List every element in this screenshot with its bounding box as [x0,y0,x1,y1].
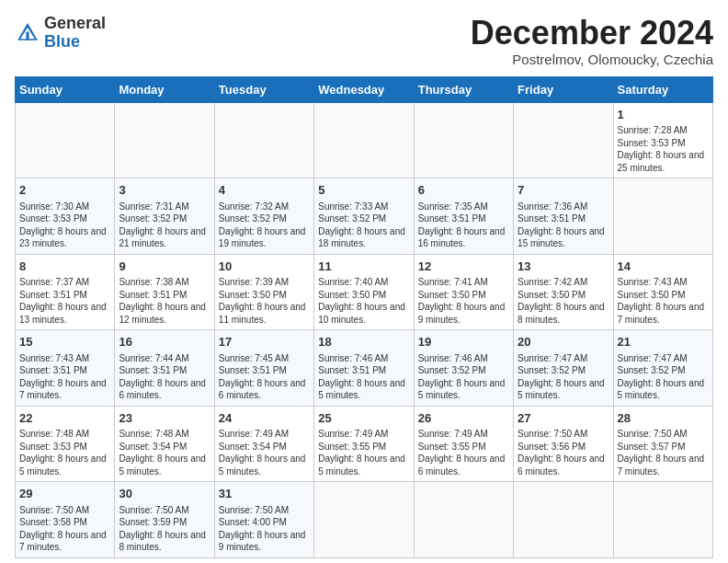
day-number: 9 [119,259,210,275]
calendar-cell: 15Sunrise: 7:43 AMSunset: 3:51 PMDayligh… [16,330,115,407]
week-row-4: 22Sunrise: 7:48 AMSunset: 3:53 PMDayligh… [16,406,713,482]
day-info: Sunrise: 7:50 AMSunset: 3:56 PMDaylight:… [518,428,609,477]
day-info: Sunrise: 7:28 AMSunset: 3:53 PMDaylight:… [618,124,709,174]
calendar-cell: 13Sunrise: 7:42 AMSunset: 3:50 PMDayligh… [514,254,613,330]
calendar-cell: 18Sunrise: 7:46 AMSunset: 3:51 PMDayligh… [314,330,414,407]
logo: General Blue [15,15,106,52]
day-number: 2 [19,182,110,199]
calendar-cell [16,102,115,178]
calendar-cell: 29Sunrise: 7:50 AMSunset: 3:58 PMDayligh… [16,482,115,558]
day-number: 23 [119,410,210,427]
calendar-cell: 28Sunrise: 7:50 AMSunset: 3:57 PMDayligh… [613,406,712,482]
calendar-cell [314,102,414,178]
calendar-cell: 20Sunrise: 7:47 AMSunset: 3:52 PMDayligh… [514,330,613,407]
day-number: 29 [19,486,110,502]
logo-icon [15,20,40,46]
weekday-header-row: SundayMondayTuesdayWednesdayThursdayFrid… [16,76,713,102]
calendar-cell [414,102,513,178]
day-info: Sunrise: 7:38 AMSunset: 3:51 PMDaylight:… [119,276,210,326]
calendar-cell: 10Sunrise: 7:39 AMSunset: 3:50 PMDayligh… [214,254,313,330]
day-number: 27 [518,410,609,427]
calendar-cell: 24Sunrise: 7:49 AMSunset: 3:54 PMDayligh… [214,406,313,482]
day-info: Sunrise: 7:48 AMSunset: 3:54 PMDaylight:… [119,428,210,477]
day-number: 14 [618,259,709,275]
calendar-cell: 25Sunrise: 7:49 AMSunset: 3:55 PMDayligh… [314,406,414,482]
logo-text: General Blue [44,15,106,52]
month-title: December 2024 [471,15,713,52]
day-info: Sunrise: 7:35 AMSunset: 3:51 PMDaylight:… [418,201,509,250]
day-number: 24 [219,410,310,427]
title-block: December 2024 Postrelmov, Olomoucky, Cze… [471,15,713,67]
day-number: 22 [19,410,110,427]
day-info: Sunrise: 7:44 AMSunset: 3:51 PMDaylight:… [119,352,210,402]
calendar-cell: 17Sunrise: 7:45 AMSunset: 3:51 PMDayligh… [214,330,313,407]
week-row-5: 29Sunrise: 7:50 AMSunset: 3:58 PMDayligh… [16,482,713,558]
day-number: 16 [119,334,210,350]
calendar-cell [514,482,613,558]
weekday-saturday: Saturday [613,76,712,102]
calendar-cell [314,482,414,558]
calendar-cell: 30Sunrise: 7:50 AMSunset: 3:59 PMDayligh… [115,482,214,558]
logo-blue: Blue [44,32,80,51]
calendar-cell: 31Sunrise: 7:50 AMSunset: 4:00 PMDayligh… [214,482,313,558]
day-number: 6 [418,182,509,199]
calendar-cell: 8Sunrise: 7:37 AMSunset: 3:51 PMDaylight… [16,254,115,330]
day-info: Sunrise: 7:47 AMSunset: 3:52 PMDaylight:… [518,352,609,402]
calendar-cell: 21Sunrise: 7:47 AMSunset: 3:52 PMDayligh… [613,330,712,407]
day-number: 31 [219,486,310,502]
day-info: Sunrise: 7:42 AMSunset: 3:50 PMDaylight:… [518,276,609,326]
day-info: Sunrise: 7:45 AMSunset: 3:51 PMDaylight:… [219,352,310,402]
day-number: 18 [318,334,409,350]
calendar-cell [115,102,214,178]
weekday-tuesday: Tuesday [214,76,313,102]
calendar-cell [613,482,712,558]
day-number: 11 [318,259,409,275]
day-info: Sunrise: 7:47 AMSunset: 3:52 PMDaylight:… [618,352,709,402]
calendar-cell: 3Sunrise: 7:31 AMSunset: 3:52 PMDaylight… [115,178,214,255]
weekday-sunday: Sunday [16,76,115,102]
calendar-cell: 4Sunrise: 7:32 AMSunset: 3:52 PMDaylight… [214,178,313,255]
day-number: 15 [19,334,110,350]
day-info: Sunrise: 7:50 AMSunset: 4:00 PMDaylight:… [219,504,310,554]
day-info: Sunrise: 7:48 AMSunset: 3:53 PMDaylight:… [19,428,110,477]
day-info: Sunrise: 7:49 AMSunset: 3:54 PMDaylight:… [219,428,310,477]
calendar-cell: 1Sunrise: 7:28 AMSunset: 3:53 PMDaylight… [613,102,712,178]
day-info: Sunrise: 7:31 AMSunset: 3:52 PMDaylight:… [119,201,210,250]
day-number: 10 [219,259,310,275]
day-info: Sunrise: 7:50 AMSunset: 3:59 PMDaylight:… [119,504,210,554]
day-number: 5 [318,182,409,199]
calendar-cell: 16Sunrise: 7:44 AMSunset: 3:51 PMDayligh… [115,330,214,407]
location: Postrelmov, Olomoucky, Czechia [471,52,713,67]
calendar-cell [414,482,513,558]
day-number: 30 [119,486,210,502]
day-number: 3 [119,182,210,199]
calendar-cell: 11Sunrise: 7:40 AMSunset: 3:50 PMDayligh… [314,254,414,330]
day-info: Sunrise: 7:50 AMSunset: 3:58 PMDaylight:… [19,504,110,554]
day-number: 25 [318,410,409,427]
calendar-cell [514,102,613,178]
calendar-cell: 26Sunrise: 7:49 AMSunset: 3:55 PMDayligh… [414,406,513,482]
day-number: 12 [418,259,509,275]
calendar-body: 1Sunrise: 7:28 AMSunset: 3:53 PMDaylight… [16,102,713,557]
calendar-cell: 19Sunrise: 7:46 AMSunset: 3:52 PMDayligh… [414,330,513,407]
week-row-0: 1Sunrise: 7:28 AMSunset: 3:53 PMDaylight… [16,102,713,178]
week-row-2: 8Sunrise: 7:37 AMSunset: 3:51 PMDaylight… [16,254,713,330]
calendar-cell: 14Sunrise: 7:43 AMSunset: 3:50 PMDayligh… [613,254,712,330]
day-info: Sunrise: 7:49 AMSunset: 3:55 PMDaylight:… [418,428,509,477]
calendar-cell: 5Sunrise: 7:33 AMSunset: 3:52 PMDaylight… [314,178,414,255]
day-info: Sunrise: 7:43 AMSunset: 3:51 PMDaylight:… [19,352,110,402]
calendar-cell [214,102,313,178]
week-row-1: 2Sunrise: 7:30 AMSunset: 3:53 PMDaylight… [16,178,713,255]
day-info: Sunrise: 7:40 AMSunset: 3:50 PMDaylight:… [318,276,409,326]
day-number: 7 [518,182,609,199]
calendar-cell: 2Sunrise: 7:30 AMSunset: 3:53 PMDaylight… [16,178,115,255]
day-number: 20 [518,334,609,350]
day-number: 17 [219,334,310,350]
day-info: Sunrise: 7:50 AMSunset: 3:57 PMDaylight:… [618,428,709,477]
calendar-cell: 22Sunrise: 7:48 AMSunset: 3:53 PMDayligh… [16,406,115,482]
day-info: Sunrise: 7:30 AMSunset: 3:53 PMDaylight:… [19,201,110,250]
day-number: 4 [219,182,310,199]
day-info: Sunrise: 7:33 AMSunset: 3:52 PMDaylight:… [318,201,409,250]
page-header: General Blue December 2024 Postrelmov, O… [15,15,713,67]
day-info: Sunrise: 7:49 AMSunset: 3:55 PMDaylight:… [318,428,409,477]
